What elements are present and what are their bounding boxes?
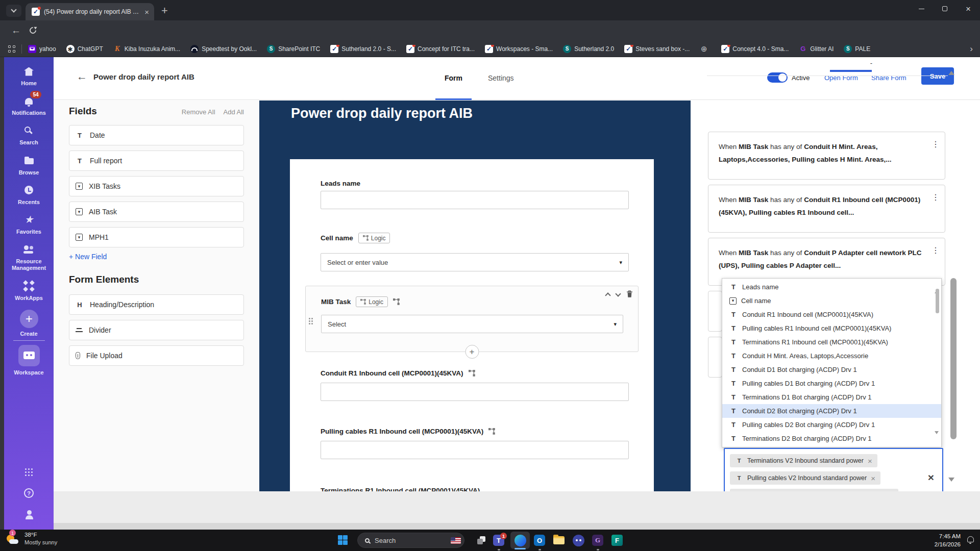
window-close-button[interactable]: × <box>957 0 980 17</box>
field-card[interactable]: XIB Tasks <box>69 176 244 196</box>
bookmark-item[interactable]: yahoo <box>28 45 56 53</box>
bookmark-item[interactable]: Sutherland 2.0 - S... <box>330 45 396 53</box>
add-all-link[interactable]: Add All <box>224 108 244 116</box>
apps-grid-icon[interactable] <box>8 45 15 53</box>
scroll-down-icon[interactable] <box>948 482 954 491</box>
sidebar-item[interactable]: Create <box>20 310 38 337</box>
scrollbar-thumb[interactable] <box>936 289 939 313</box>
remove-chip-icon[interactable]: × <box>871 474 875 482</box>
bookmark-item[interactable]: Steves sand box -... <box>624 45 690 53</box>
logic-badge[interactable]: Logic <box>356 296 388 307</box>
form-element-card[interactable]: Heading/Description <box>69 294 244 315</box>
discord-button[interactable] <box>572 534 585 547</box>
tab-list-button[interactable] <box>6 5 21 17</box>
rule-menu-icon[interactable] <box>932 139 940 149</box>
move-up-icon[interactable] <box>605 292 610 298</box>
field-card[interactable]: Full report <box>69 151 244 171</box>
help-icon[interactable]: ? <box>24 488 34 498</box>
weather-widget[interactable]: 1 38°F Mostly sunny <box>5 531 57 546</box>
bookmark-item[interactable]: Glitter AI <box>799 45 834 53</box>
account-icon[interactable] <box>25 510 33 519</box>
tab-form[interactable]: Form <box>435 57 472 100</box>
taskbar-search[interactable]: Search <box>357 533 464 548</box>
logic-badge[interactable]: Logic <box>358 233 390 243</box>
sidebar-item[interactable]: Resource Management <box>6 243 53 271</box>
edge-button[interactable] <box>513 534 527 547</box>
drag-handle[interactable] <box>309 318 313 325</box>
clear-selection-icon[interactable]: × <box>928 471 934 484</box>
notification-bell-icon[interactable] <box>967 536 974 542</box>
field-card[interactable]: MPH1 <box>69 227 244 247</box>
logic-rule-card[interactable]: When MIB Task has any of Conduit H Mint.… <box>708 132 945 180</box>
start-button[interactable] <box>338 535 348 545</box>
field-option[interactable]: Conduit D1 Bot charging (ACDP) Drv 1 <box>722 363 941 377</box>
field-option[interactable]: Terminations D2 Bot charging (ACDP) Drv … <box>722 432 941 445</box>
bookmark-item[interactable]: PALE <box>844 45 870 53</box>
field-option[interactable]: Pulling cables D2 Bot charging (ACDP) Dr… <box>722 418 941 432</box>
bookmark-item[interactable]: Speedtest by Ookl... <box>190 45 257 53</box>
back-arrow-icon[interactable]: ← <box>77 70 87 83</box>
tab-close-icon[interactable]: × <box>144 8 149 16</box>
bookmark-item[interactable]: Concept for ITC tra... <box>406 45 475 53</box>
scroll-down-icon[interactable] <box>935 434 939 443</box>
field-option[interactable]: Cell name <box>722 294 941 308</box>
bookmark-item[interactable]: SharePoint ITC <box>267 45 320 53</box>
new-field-link[interactable]: + New Field <box>69 253 244 261</box>
new-tab-button[interactable]: + <box>161 4 168 17</box>
sidebar-item[interactable]: Favorites <box>16 214 41 235</box>
bookmark-item[interactable]: Kiba Inuzuka Anim... <box>113 45 180 53</box>
teams-button[interactable]: T1 <box>492 534 505 547</box>
task-view-button[interactable] <box>475 534 488 547</box>
field-option[interactable]: Terminations R1 Inbound cell (MCP0001)(4… <box>722 335 941 349</box>
rule-menu-icon[interactable] <box>932 245 940 255</box>
pulling-cables-r1-input[interactable] <box>321 441 629 459</box>
remove-all-link[interactable]: Remove All <box>182 108 215 116</box>
field-option[interactable]: Pulling cables D1 Bot charging (ACDP) Dr… <box>722 377 941 390</box>
field-option[interactable]: Leads name <box>722 280 941 294</box>
bookmark-item[interactable] <box>700 45 711 53</box>
field-option[interactable]: Terminations D1 Bot charging (ACDP) Drv … <box>722 390 941 404</box>
forms-button[interactable]: F <box>610 534 624 547</box>
multi-select-input[interactable]: Terminations V2 Inbound standard power ×… <box>724 448 943 491</box>
logic-rule-card[interactable]: When MIB Task has any of Conduit R1 Inbo… <box>708 185 945 233</box>
field-option[interactable]: Conduit D2 Bot charging (ACDP) Drv 1 <box>722 404 941 418</box>
form-element-card[interactable]: Divider <box>69 320 244 340</box>
sidebar-item[interactable]: 54 Notifications <box>12 95 46 116</box>
sidebar-item[interactable]: Browse <box>19 155 39 176</box>
move-down-icon[interactable] <box>615 291 621 296</box>
field-option[interactable]: Pulling cables R1 Inbound cell (MCP0001)… <box>722 321 941 335</box>
bookmark-item[interactable]: ChatGPT <box>66 45 103 53</box>
bookmark-item[interactable]: Sutherland 2.0 <box>563 45 614 53</box>
scroll-up-icon[interactable] <box>948 62 954 71</box>
sidebar-item-workspace[interactable]: Workspace <box>4 345 54 376</box>
cell-name-select[interactable]: Select or enter value ▾ <box>321 253 629 271</box>
window-minimize-button[interactable] <box>910 0 933 17</box>
browser-tab[interactable]: (54) Power drop daily report AIB - S × <box>26 3 154 20</box>
bookmark-item[interactable]: Concept 4.0 - Sma... <box>721 45 789 53</box>
bookmark-item[interactable]: Workspaces - Sma... <box>485 45 553 53</box>
sidebar-item[interactable]: Home <box>21 65 37 87</box>
field-option[interactable]: Conduit D2 Bot charging (ACDP) Drv 2 <box>722 445 941 447</box>
outlook-button[interactable]: O <box>533 534 546 547</box>
window-maximize-button[interactable] <box>933 0 957 17</box>
field-option[interactable]: Conduit R1 Inbound cell (MCP0001)(45KVA) <box>722 308 941 321</box>
reload-button[interactable] <box>28 26 37 35</box>
form-element-card[interactable]: File Upload <box>69 345 244 366</box>
mib-task-select[interactable]: Select ▾ <box>321 315 623 333</box>
scrollbar-thumb[interactable] <box>950 278 957 439</box>
back-button[interactable]: ← <box>11 25 21 36</box>
app-launcher-icon[interactable] <box>25 468 33 476</box>
sidebar-item[interactable]: WorkApps <box>15 280 43 302</box>
delete-field-icon[interactable] <box>626 290 633 298</box>
rule-menu-icon[interactable] <box>932 192 940 202</box>
sidebar-item[interactable]: Search <box>19 124 38 146</box>
leads-name-input[interactable] <box>321 191 629 209</box>
add-element-button[interactable]: + <box>465 345 479 359</box>
mib-task-selected-field[interactable]: MIB Task Logic Select ▾ + <box>305 286 639 352</box>
logic-panel-tab[interactable]: - <box>846 59 897 67</box>
active-toggle[interactable] <box>767 72 788 83</box>
tab-settings[interactable]: Settings <box>479 57 523 100</box>
field-card[interactable]: Date <box>69 125 244 145</box>
file-explorer-button[interactable] <box>552 534 566 547</box>
taskbar-clock[interactable]: 7:45 AM 2/16/2026 <box>935 532 961 548</box>
